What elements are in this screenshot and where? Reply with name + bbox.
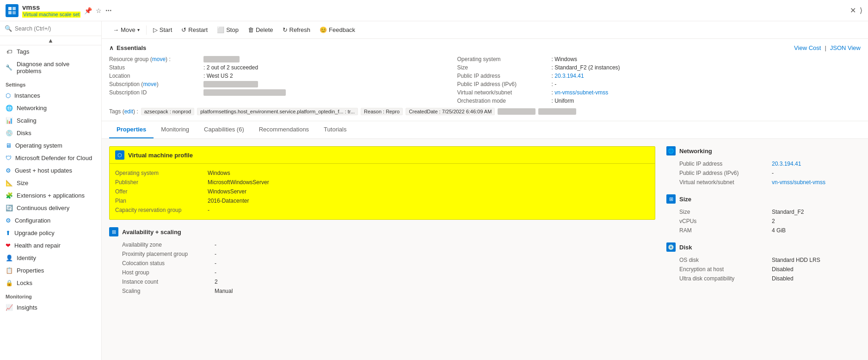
start-button[interactable]: ▷ Start	[149, 24, 176, 36]
vm-publisher-value: MicrosoftWindowsServer	[208, 179, 269, 186]
sidebar-health-label: Health and repair	[14, 242, 61, 249]
vm-capacity-label: Capacity reservation group	[115, 207, 208, 213]
sidebar-item-scaling[interactable]: 📊 Scaling	[0, 114, 101, 127]
tab-properties[interactable]: Properties	[109, 121, 154, 138]
tab-capabilities[interactable]: Capabilities (6)	[197, 121, 252, 138]
zone-value: -	[215, 242, 216, 248]
essentials-orchestration-row: Orchestration mode : Uniform	[457, 97, 787, 105]
orchestration-label: Orchestration mode	[457, 98, 550, 104]
scaling-label: Scaling	[122, 288, 215, 294]
availability-title: Availability + scaling	[122, 229, 181, 236]
search-input[interactable]	[15, 25, 97, 32]
expand-icon[interactable]: ⟩	[860, 6, 862, 15]
pin-icon[interactable]: 📌	[84, 7, 92, 14]
main-content: ⬡ Virtual machine profile Operating syst…	[102, 139, 868, 303]
essentials-resource-group-row: Resource group (move) : xxx	[109, 55, 439, 63]
delete-button[interactable]: 🗑 Delete	[244, 24, 277, 36]
star-icon[interactable]: ☆	[96, 7, 102, 14]
sidebar-item-diagnose[interactable]: 🔧 Diagnose and solve problems	[0, 58, 101, 77]
net-public-ip-label: Public IP address	[679, 161, 772, 167]
vm-offer-value: WindowsServer	[208, 188, 246, 195]
vnet-link[interactable]: vn-vmss/subnet-vmss	[554, 89, 608, 96]
sidebar-item-identity[interactable]: 👤 Identity	[0, 252, 101, 264]
vcpus-value: 2	[772, 218, 775, 224]
subscription-id-value: xxx	[203, 89, 286, 96]
disk-card-header: 💿 Disk	[666, 242, 861, 252]
move-button[interactable]: → Move ▾	[109, 24, 143, 36]
sidebar-item-properties[interactable]: 📋 Properties	[0, 264, 101, 277]
colocation-value: -	[215, 260, 216, 267]
status-label: Status	[109, 64, 202, 71]
stop-button[interactable]: ⬜ Stop	[213, 24, 242, 36]
restart-icon: ↺	[181, 26, 186, 33]
sidebar-item-extensions[interactable]: 🧩 Extensions + applications	[0, 189, 101, 202]
sidebar-item-guest-host[interactable]: ⚙ Guest + host updates	[0, 164, 101, 177]
json-view-link[interactable]: JSON View	[830, 44, 861, 51]
feedback-button[interactable]: 😊 Feedback	[316, 24, 359, 36]
instances-icon: ⬡	[6, 92, 11, 99]
net-public-ip-link[interactable]: 20.3.194.41	[772, 161, 801, 167]
sidebar-item-os[interactable]: 🖥 Operating system	[0, 139, 101, 152]
instance-count-value: 2	[215, 279, 218, 285]
networking-card-icon: 🌐	[666, 146, 676, 155]
sidebar-item-networking[interactable]: 🌐 Networking	[0, 102, 101, 114]
refresh-button[interactable]: ↻ Refresh	[279, 24, 314, 36]
sidebar-item-configuration[interactable]: ⚙ Configuration	[0, 214, 101, 227]
net-public-ipv6-label: Public IP address (IPv6)	[679, 170, 772, 176]
right-column: 🌐 Networking Public IP address 20.3.194.…	[666, 146, 861, 296]
sidebar-identity-label: Identity	[17, 254, 36, 261]
toolbar-separator	[146, 25, 147, 35]
resource-group-value: xxx	[203, 56, 240, 62]
resource-group-move-link[interactable]: move	[152, 56, 166, 62]
public-ip-link[interactable]: 20.3.194.41	[554, 73, 584, 79]
tags-edit-link[interactable]: edit	[124, 108, 133, 115]
sidebar-item-size[interactable]: 📐 Size	[0, 177, 101, 189]
essentials-location-row: Location : West US 2	[109, 72, 439, 80]
orchestration-value: : Uniform	[552, 98, 574, 104]
view-cost-link[interactable]: View Cost	[794, 44, 821, 51]
essentials-chevron-icon: ∧	[109, 44, 114, 51]
sidebar-item-insights[interactable]: 📈 Insights	[0, 301, 101, 314]
restart-button[interactable]: ↺ Restart	[178, 24, 211, 36]
svg-rect-1	[12, 7, 16, 10]
more-icon[interactable]: ···	[105, 6, 111, 15]
tag-badge-blurred: xxxx	[498, 108, 536, 115]
vm-profile-title: Virtual machine profile	[128, 152, 193, 159]
encryption-row: Encryption at host Disabled	[679, 265, 861, 274]
essentials-header[interactable]: ∧ Essentials	[109, 44, 787, 51]
move-icon: →	[113, 26, 119, 33]
sidebar-item-upgrade-policy[interactable]: ⬆ Upgrade policy	[0, 227, 101, 239]
vm-profile-card-header: ⬡ Virtual machine profile	[110, 147, 655, 164]
sidebar-item-disks[interactable]: 💿 Disks	[0, 127, 101, 139]
app-logo	[6, 4, 18, 17]
size-value-val: Standard_F2	[772, 209, 804, 215]
size-value-row: Size Standard_F2	[679, 207, 861, 217]
sidebar-item-locks[interactable]: 🔒 Locks	[0, 277, 101, 289]
sidebar-item-tags[interactable]: 🏷 Tags	[0, 45, 101, 58]
sidebar-item-continuous-delivery[interactable]: 🔄 Continuous delivery	[0, 202, 101, 214]
tab-monitoring[interactable]: Monitoring	[154, 121, 197, 138]
subscription-move-link[interactable]: move	[143, 81, 156, 87]
tab-tutorials[interactable]: Tutorials	[316, 121, 354, 138]
tag-badge-blurred: xxxx	[538, 108, 576, 115]
sidebar-item-instances[interactable]: ⬡ Instances	[0, 89, 101, 102]
vm-os-label: Operating system	[115, 170, 208, 176]
tags-icon: 🏷	[6, 49, 13, 55]
vnet-label: Virtual network/subnet	[457, 89, 550, 96]
sidebar-insights-label: Insights	[17, 304, 37, 311]
sidebar-item-defender[interactable]: 🛡 Microsoft Defender for Cloud	[0, 152, 101, 164]
os-icon: 🖥	[6, 142, 12, 149]
close-icon[interactable]: ✕	[850, 6, 856, 15]
net-vnet-link[interactable]: vn-vmss/subnet-vmss	[772, 179, 825, 186]
proximity-label: Proximity placement group	[122, 251, 215, 257]
vm-offer-label: Offer	[115, 188, 208, 195]
dropdown-arrow-icon: ▾	[137, 27, 140, 32]
refresh-icon: ↻	[283, 26, 288, 33]
sidebar-item-health-repair[interactable]: ❤ Health and repair	[0, 239, 101, 252]
locks-icon: 🔒	[6, 279, 13, 286]
essentials-status-row: Status : 2 out of 2 succeeded	[109, 63, 439, 72]
scroll-up-btn[interactable]: ▲	[0, 36, 101, 45]
tab-recommendations[interactable]: Recommendations	[252, 121, 316, 138]
diagnose-icon: 🔧	[6, 64, 13, 71]
networking-card: 🌐 Networking Public IP address 20.3.194.…	[666, 146, 861, 187]
